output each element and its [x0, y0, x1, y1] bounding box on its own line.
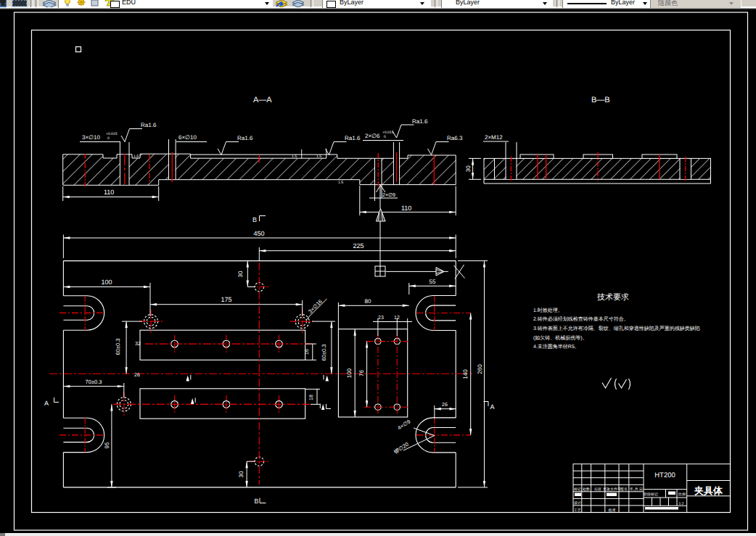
svg-text:60±0.3: 60±0.3 — [321, 345, 327, 361]
svg-text:4×∅9: 4×∅9 — [396, 419, 411, 432]
svg-text:A: A — [490, 403, 495, 411]
svg-text:阶段标记: 阶段标记 — [644, 492, 658, 497]
svg-text:B: B — [252, 216, 257, 223]
svg-text:批准: 批准 — [609, 508, 616, 513]
svg-text:B—B: B—B — [591, 96, 610, 104]
svg-text:175: 175 — [221, 296, 231, 303]
svg-text:32: 32 — [135, 342, 141, 347]
svg-text:Ra6.3: Ra6.3 — [447, 135, 463, 141]
svg-text:26: 26 — [134, 373, 140, 378]
svg-text:4.未注圆角半径R5。: 4.未注圆角半径R5。 — [533, 344, 580, 350]
svg-text:3×∅10: 3×∅10 — [82, 134, 101, 141]
svg-text:140: 140 — [462, 369, 469, 379]
svg-text:分区: 分区 — [594, 487, 601, 492]
svg-text:比例: 比例 — [678, 492, 686, 497]
svg-text:3.铸件表面上不允许有冷隔、裂纹、缩孔和穿透性缺陷及严重的残: 3.铸件表面上不允许有冷隔、裂纹、缩孔和穿透性缺陷及严重的残缺类缺陷 — [533, 326, 700, 331]
svg-text:12: 12 — [394, 316, 400, 321]
svg-text:2×∅6: 2×∅6 — [365, 133, 380, 139]
svg-text:0: 0 — [384, 135, 386, 139]
svg-text:1.时效处理。: 1.时效处理。 — [533, 308, 563, 313]
svg-text:6×∅10: 6×∅10 — [178, 134, 197, 141]
svg-text:Ra1.6: Ra1.6 — [412, 118, 428, 125]
svg-text:B: B — [255, 498, 259, 505]
svg-text:Ra1.6: Ra1.6 — [141, 122, 157, 128]
svg-text:95: 95 — [104, 442, 110, 448]
svg-text:1:2: 1:2 — [679, 502, 684, 506]
svg-text:1.5: 1.5 — [292, 154, 297, 159]
svg-text:260: 260 — [477, 364, 483, 374]
svg-text:HT200: HT200 — [654, 471, 675, 479]
svg-text:工艺: 工艺 — [574, 508, 581, 513]
svg-text:30: 30 — [238, 471, 245, 477]
svg-text:30: 30 — [465, 165, 472, 172]
svg-text:80: 80 — [365, 298, 371, 305]
svg-text:0: 0 — [107, 136, 110, 141]
svg-text:30: 30 — [237, 271, 244, 277]
svg-text:A—A: A—A — [253, 96, 272, 104]
svg-text:1.5: 1.5 — [338, 181, 343, 185]
svg-text:23: 23 — [378, 316, 384, 321]
svg-text:设计: 设计 — [574, 500, 581, 506]
svg-text:1.5: 1.5 — [133, 154, 139, 159]
svg-text:70±0.3: 70±0.3 — [86, 379, 102, 385]
svg-text:标记: 标记 — [573, 487, 581, 492]
svg-text:60±0.3: 60±0.3 — [115, 339, 121, 355]
svg-text:Ra1.6: Ra1.6 — [345, 135, 361, 141]
svg-text:年,月,日: 年,月,日 — [630, 487, 643, 492]
svg-text:110: 110 — [104, 189, 114, 196]
svg-text:技术要求: 技术要求 — [596, 292, 629, 302]
svg-text:(如欠铸、机械损伤等)。: (如欠铸、机械损伤等)。 — [533, 335, 588, 341]
svg-text:100: 100 — [347, 368, 353, 378]
svg-text:2×M12: 2×M12 — [485, 134, 503, 141]
svg-text:2×∅9: 2×∅9 — [382, 193, 395, 198]
svg-text:18: 18 — [309, 395, 314, 400]
svg-text:夹具体: 夹具体 — [694, 485, 723, 496]
svg-text:签名: 签名 — [620, 487, 628, 492]
svg-text:Ra1.6: Ra1.6 — [237, 135, 253, 141]
svg-text:110: 110 — [401, 205, 411, 212]
svg-text:1.5: 1.5 — [316, 154, 321, 159]
svg-text:A: A — [44, 400, 49, 407]
svg-text:处数: 处数 — [583, 487, 590, 492]
svg-text:100: 100 — [101, 279, 112, 286]
svg-text:450: 450 — [253, 230, 264, 237]
svg-text:76: 76 — [359, 370, 366, 376]
svg-text:16: 16 — [305, 349, 310, 355]
svg-text:3×∅16: 3×∅16 — [307, 298, 324, 315]
svg-text:26: 26 — [442, 403, 448, 408]
svg-text:2.铸件必须经划线检查铸件基本尺寸符合。: 2.铸件必须经划线检查铸件基本尺寸符合。 — [533, 316, 629, 322]
svg-text:55: 55 — [430, 279, 436, 285]
svg-text:225: 225 — [353, 242, 363, 250]
svg-text:更改文件号: 更改文件号 — [603, 487, 621, 492]
